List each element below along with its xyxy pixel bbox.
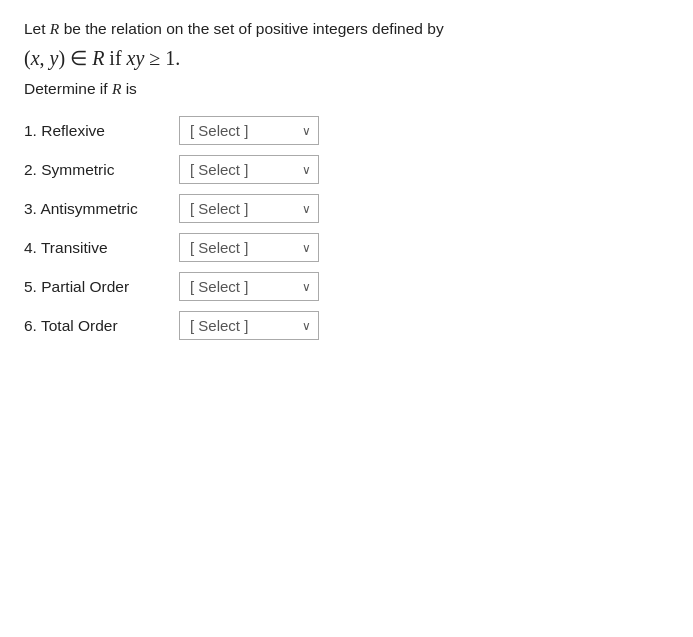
select-1[interactable]: [ Select ]YesNo (179, 116, 319, 145)
select-4[interactable]: [ Select ]YesNo (179, 233, 319, 262)
question-label-4: 4. Transitive (24, 239, 179, 257)
select-3[interactable]: [ Select ]YesNo (179, 194, 319, 223)
question-label-6: 6. Total Order (24, 317, 179, 335)
question-item-5: 5. Partial Order[ Select ]YesNo (24, 272, 669, 301)
question-item-4: 4. Transitive[ Select ]YesNo (24, 233, 669, 262)
intro-line1: Let R be the relation on the set of posi… (24, 20, 669, 38)
question-label-3: 3. Antisymmetric (24, 200, 179, 218)
question-item-1: 1. Reflexive[ Select ]YesNo (24, 116, 669, 145)
select-5[interactable]: [ Select ]YesNo (179, 272, 319, 301)
question-item-2: 2. Symmetric[ Select ]YesNo (24, 155, 669, 184)
question-list: 1. Reflexive[ Select ]YesNo2. Symmetric[… (24, 116, 669, 340)
question-item-3: 3. Antisymmetric[ Select ]YesNo (24, 194, 669, 223)
select-wrapper-2: [ Select ]YesNo (179, 155, 319, 184)
select-wrapper-5: [ Select ]YesNo (179, 272, 319, 301)
question-label-2: 2. Symmetric (24, 161, 179, 179)
determine-label: Determine if R is (24, 80, 669, 98)
select-wrapper-6: [ Select ]YesNo (179, 311, 319, 340)
select-2[interactable]: [ Select ]YesNo (179, 155, 319, 184)
select-wrapper-1: [ Select ]YesNo (179, 116, 319, 145)
question-label-5: 5. Partial Order (24, 278, 179, 296)
select-wrapper-3: [ Select ]YesNo (179, 194, 319, 223)
select-6[interactable]: [ Select ]YesNo (179, 311, 319, 340)
question-item-6: 6. Total Order[ Select ]YesNo (24, 311, 669, 340)
select-wrapper-4: [ Select ]YesNo (179, 233, 319, 262)
math-definition: (x, y) ∈ R if xy ≥ 1. (24, 46, 669, 70)
question-label-1: 1. Reflexive (24, 122, 179, 140)
